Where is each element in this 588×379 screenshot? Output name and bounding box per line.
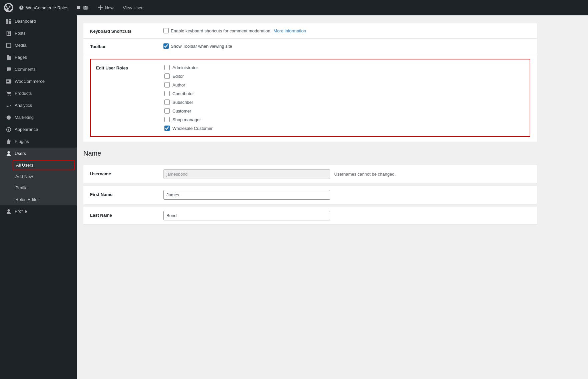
role-subscriber-checkbox[interactable] [164,100,170,105]
posts-icon [5,30,12,37]
profile-icon [5,208,12,215]
name-section-title: Name [83,150,537,160]
last-name-wrap [163,211,530,220]
view-user-label: View User [123,5,143,10]
media-icon [5,42,12,49]
role-wholesale-customer-checkbox[interactable] [164,126,170,131]
name-section: Name Username Usernames cannot be change… [83,150,537,225]
keyboard-shortcuts-text: Enable keyboard shortcuts for comment mo… [171,28,271,33]
main-content: Keyboard Shortcuts Enable keyboard short… [77,15,588,379]
toolbar-checkbox-label[interactable]: Show Toolbar when viewing site [163,43,530,49]
last-name-row: Last Name [83,207,537,225]
sidebar: Dashboard Posts Media Pages Comments [0,15,77,379]
sidebar-item-pages[interactable]: Pages [0,51,77,63]
submenu-add-new[interactable]: Add New [0,171,77,182]
sidebar-item-label: Plugins [15,139,29,145]
username-wrap: Usernames cannot be changed. [163,169,530,179]
role-customer-checkbox[interactable] [164,108,170,114]
products-icon [5,90,12,97]
sidebar-item-media[interactable]: Media [0,39,77,51]
main-layout: Dashboard Posts Media Pages Comments [0,15,588,379]
sidebar-item-label: WooCommerce [15,78,45,84]
sidebar-item-label: Marketing [15,115,34,121]
sidebar-item-label: Users [15,151,26,157]
new-label: New [105,5,113,10]
comments-button[interactable]: 0 [74,0,91,15]
site-name[interactable]: WooCommerce Roles [19,5,68,10]
role-administrator-checkbox[interactable] [164,65,170,70]
pages-icon [5,54,12,61]
role-shop-manager-checkbox[interactable] [164,117,170,122]
role-author[interactable]: Author [164,82,213,87]
sidebar-item-dashboard[interactable]: Dashboard [0,15,77,27]
analytics-icon [5,102,12,109]
appearance-icon [5,126,12,133]
submenu-profile[interactable]: Profile [0,182,77,194]
sidebar-item-label: Posts [15,30,26,36]
keyboard-shortcuts-label: Keyboard Shortcuts [90,28,163,34]
role-editor[interactable]: Editor [164,73,213,79]
submenu-add-new-label: Add New [15,174,33,180]
sidebar-item-marketing[interactable]: Marketing [0,112,77,124]
sidebar-item-label: Products [15,90,32,97]
keyboard-shortcuts-checkbox[interactable] [163,28,169,33]
toolbar-text: Show Toolbar when viewing site [171,44,232,49]
role-customer[interactable]: Customer [164,108,213,114]
more-info-link[interactable]: More information [273,28,306,33]
plugins-icon [5,138,12,145]
role-shop-manager-label: Shop manager [172,117,201,122]
sidebar-item-label: Appearance [15,127,38,133]
username-label: Username [90,169,163,176]
sidebar-item-label: Media [15,42,26,48]
woocommerce-icon [5,78,12,85]
toolbar-label: Toolbar [90,43,163,49]
first-name-label: First Name [90,190,163,197]
sidebar-item-comments[interactable]: Comments [0,63,77,75]
wp-logo-icon[interactable] [4,3,13,12]
first-name-input[interactable] [163,190,330,200]
role-editor-label: Editor [172,74,184,79]
marketing-icon [5,114,12,121]
sidebar-item-plugins[interactable]: Plugins [0,136,77,148]
sidebar-item-profile[interactable]: Profile [0,205,77,217]
last-name-input[interactable] [163,211,330,220]
toolbar-value: Show Toolbar when viewing site [163,43,530,49]
svg-point-3 [7,209,10,211]
role-author-checkbox[interactable] [164,82,170,87]
role-contributor-checkbox[interactable] [164,91,170,96]
username-hint: Usernames cannot be changed. [334,172,396,177]
role-wholesale-customer-label: Wholesale Customer [172,126,213,131]
sidebar-item-label: Pages [15,54,27,60]
username-input [163,169,330,179]
role-editor-checkbox[interactable] [164,73,170,79]
toolbar-checkbox[interactable] [163,43,169,49]
role-administrator-label: Administrator [172,65,198,70]
sidebar-item-users[interactable]: Users [0,148,77,160]
view-user-button[interactable]: View User [121,0,145,15]
role-subscriber[interactable]: Subscriber [164,100,213,105]
edit-user-roles-section: Edit User Roles Administrator Editor [90,59,530,137]
roles-list: Administrator Editor Author Cont [164,65,213,131]
username-row: Username Usernames cannot be changed. [83,165,537,183]
comments-badge: 0 [83,6,89,10]
submenu-all-users[interactable]: All Users [13,160,75,170]
keyboard-shortcuts-checkbox-label[interactable]: Enable keyboard shortcuts for comment mo… [163,28,530,33]
sidebar-item-label: Analytics [15,103,32,109]
sidebar-item-woocommerce[interactable]: WooCommerce [0,75,77,87]
last-name-label: Last Name [90,211,163,218]
role-wholesale-customer[interactable]: Wholesale Customer [164,126,213,131]
sidebar-item-label: Dashboard [15,18,36,24]
toolbar-row: Toolbar Show Toolbar when viewing site [83,39,537,54]
sidebar-item-products[interactable]: Products [0,87,77,100]
new-button[interactable]: New [96,0,115,15]
role-contributor[interactable]: Contributor [164,91,213,96]
submenu-roles-editor[interactable]: Roles Editor [0,194,77,205]
role-shop-manager[interactable]: Shop manager [164,117,213,122]
sidebar-item-posts[interactable]: Posts [0,27,77,39]
role-administrator[interactable]: Administrator [164,65,213,70]
first-name-wrap [163,190,530,200]
sidebar-item-analytics[interactable]: Analytics [0,100,77,112]
role-customer-label: Customer [172,109,191,114]
role-contributor-label: Contributor [172,91,194,96]
sidebar-item-appearance[interactable]: Appearance [0,124,77,136]
